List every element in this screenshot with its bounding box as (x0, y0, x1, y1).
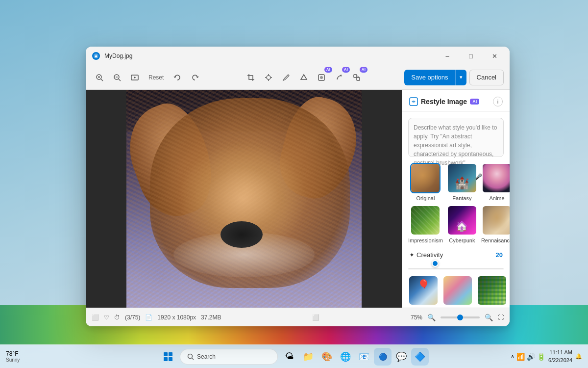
close-button[interactable]: ✕ (483, 48, 506, 64)
toolbar: Reset A (86, 65, 510, 90)
info-status-icon[interactable]: ⏱ (114, 314, 120, 321)
system-tray-icons: ∧ 📶 🔊 🔋 (511, 353, 545, 361)
slider-handle[interactable] (432, 260, 439, 267)
main-image (126, 90, 362, 308)
panel-ai-badge: AI (470, 99, 479, 105)
maximize-button[interactable]: □ (460, 48, 482, 64)
background-only-button[interactable]: Background only (409, 269, 456, 269)
volume-icon[interactable]: 🔊 (527, 353, 535, 361)
style-thumb-original (410, 163, 441, 193)
taskbar-app-7[interactable]: 💬 (392, 348, 410, 366)
redo-button[interactable] (187, 70, 203, 85)
favorite-icon[interactable]: ♡ (104, 314, 109, 321)
status-right: 75% 🔍 🔍 ⛶ (411, 314, 504, 321)
zoom-thumb (457, 315, 463, 320)
weather-temp: 78°F (6, 350, 18, 357)
panel-title-group: Restyle Image AI (409, 97, 479, 106)
taskbar-pinned-apps: 🌤 📁 🎨 🌐 📧 🔵 💬 🔷 (281, 348, 429, 366)
style-item-anime[interactable]: Anime (481, 163, 510, 201)
start-button[interactable] (159, 348, 177, 366)
fullscreen-icon[interactable]: ⛶ (498, 314, 504, 321)
taskbar-right: ∧ 📶 🔊 🔋 11:11 AM 6/22/2024 🔔 (511, 349, 582, 364)
creativity-value: 20 (496, 251, 503, 259)
style-label-fantasy: Fantasy (452, 195, 471, 201)
zoom-out-button[interactable] (109, 70, 125, 85)
style-item-fantasy[interactable]: Fantasy (447, 163, 477, 201)
image-area[interactable] (86, 90, 402, 308)
zoom-in-status-icon[interactable]: 🔍 (485, 314, 493, 321)
ai-badge-3: AI (360, 67, 368, 73)
creativity-row: ✦ Creativity 20 (402, 249, 510, 263)
window-controls: – □ ✕ (436, 48, 506, 64)
zoom-in-button[interactable] (92, 70, 107, 85)
style-item-papercraft[interactable]: Paper Craft (442, 275, 473, 308)
date-display: 6/22/2024 (548, 357, 572, 364)
toolbar-right: Save options ▾ Cancel (404, 70, 504, 85)
taskbar-search[interactable]: Search (180, 349, 278, 365)
image-bottom-light (126, 243, 362, 308)
svg-rect-23 (169, 352, 172, 356)
style-item-pixelart[interactable]: Pixel Art (477, 275, 507, 308)
style-thumb-fantasy (447, 163, 477, 193)
zoom-out-icon[interactable]: 🔍 (427, 314, 436, 321)
style-thumb-rennaisance (482, 205, 510, 236)
style-item-rennaisance[interactable]: Rennaisance (481, 205, 510, 243)
erase-button[interactable] (296, 70, 312, 85)
style-item-cyberpunk[interactable]: Cyberpunk (447, 205, 477, 243)
style-item-impressionism[interactable]: Impressionism (408, 205, 443, 243)
taskbar-center: Search 🌤 📁 🎨 🌐 📧 🔵 💬 🔷 (159, 348, 429, 366)
taskbar-app-8[interactable]: 🔷 (411, 348, 429, 366)
style-item-original[interactable]: Original (408, 163, 443, 201)
time-display: 11:11 AM (550, 349, 572, 356)
svg-rect-25 (169, 357, 172, 361)
save-options-button[interactable]: Save options (404, 70, 455, 85)
crop-button[interactable] (243, 70, 259, 85)
style-thumb-anime (482, 163, 510, 193)
reset-button[interactable]: Reset (145, 72, 168, 83)
dimensions: 1920 x 1080px (157, 314, 196, 321)
svg-point-11 (267, 76, 270, 79)
network-icon[interactable]: 📶 (516, 353, 525, 361)
taskbar-app-5[interactable]: 📧 (355, 348, 373, 366)
save-options-dropdown[interactable]: ▾ (455, 70, 466, 85)
style-label-anime: Anime (489, 195, 504, 201)
foreground-only-button[interactable]: Foreground only (456, 269, 503, 269)
cancel-button[interactable]: Cancel (469, 70, 504, 85)
style-label-original: Original (416, 195, 435, 201)
taskbar-app-1[interactable]: 🌤 (281, 348, 298, 366)
prompt-area[interactable]: Describe what style you'd like to apply.… (408, 118, 504, 157)
style-label-rennaisance: Rennaisance (481, 237, 510, 243)
minimize-button[interactable]: – (436, 48, 459, 64)
info-button[interactable]: i (493, 97, 503, 106)
svg-line-7 (119, 79, 121, 81)
svg-point-26 (188, 354, 193, 358)
status-center: ⬜ (227, 314, 405, 321)
chevron-icon[interactable]: ∧ (511, 353, 514, 360)
weather-widget[interactable]: 78°F Sunny (6, 350, 20, 363)
zoom-slider[interactable] (441, 316, 480, 318)
slideshow-button[interactable] (127, 70, 143, 85)
adjust-button[interactable] (261, 70, 276, 85)
ai-tool-2-button[interactable]: AI (331, 70, 347, 85)
photos-app-icon (92, 52, 100, 60)
battery-icon[interactable]: 🔋 (537, 353, 545, 361)
taskbar-app-6[interactable]: 🔵 (374, 348, 392, 366)
prompt-placeholder-text: Describe what style you'd like to apply.… (414, 123, 498, 167)
taskbar-app-4[interactable]: 🌐 (337, 348, 354, 366)
taskbar: 78°F Sunny Search 🌤 📁 🎨 🌐 📧 🔵 💬 🔷 (0, 344, 588, 368)
notification-icon[interactable]: 🔔 (575, 353, 582, 360)
markup-button[interactable] (278, 70, 294, 85)
taskbar-app-2[interactable]: 📁 (299, 348, 317, 366)
window-mode-icon[interactable]: ⬜ (312, 314, 319, 321)
undo-button[interactable] (170, 70, 185, 85)
svg-line-3 (101, 79, 103, 81)
style-label-cyberpunk: Cyberpunk (449, 237, 475, 243)
restyle-icon (409, 97, 418, 106)
creativity-label: ✦ Creativity (409, 251, 443, 259)
style-item-surrealism[interactable]: Surrealism (408, 275, 439, 308)
clock[interactable]: 11:11 AM 6/22/2024 (548, 349, 572, 364)
ai-tool-1-button[interactable]: AI (314, 70, 329, 85)
panel-title-text: Restyle Image (421, 98, 467, 105)
taskbar-app-3[interactable]: 🎨 (318, 348, 336, 366)
ai-tool-3-button[interactable]: AI (349, 70, 365, 85)
